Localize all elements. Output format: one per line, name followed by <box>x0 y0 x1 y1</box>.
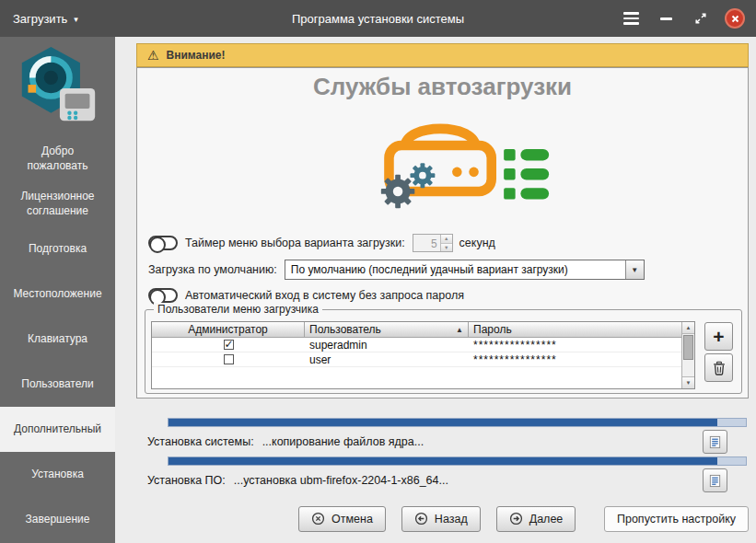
cancel-icon <box>311 512 325 526</box>
autologin-toggle[interactable] <box>148 288 178 303</box>
back-button[interactable]: Назад <box>401 506 481 532</box>
add-user-button[interactable]: + <box>704 322 733 351</box>
plus-icon: + <box>713 326 724 348</box>
sidebar-item[interactable]: Пользователи <box>0 362 115 407</box>
column-header-user[interactable]: Пользователь ▲ <box>305 322 469 338</box>
timer-toggle[interactable] <box>148 236 178 250</box>
page-title: Службы автозагрузки <box>137 73 748 101</box>
default-boot-label: Загрузка по умолчанию: <box>148 263 277 276</box>
spin-up-button[interactable]: ▲ <box>441 235 452 244</box>
timer-label: Таймер меню выбора варианта загрузки: <box>185 237 405 249</box>
column-header-admin[interactable]: Администратор <box>152 322 305 338</box>
arrow-right-icon <box>509 512 523 526</box>
warning-icon: ⚠ <box>147 49 159 62</box>
sidebar-item[interactable]: Местоположение <box>0 272 115 317</box>
scroll-up-button[interactable]: ▲ <box>682 322 694 334</box>
system-progress-bar <box>168 418 747 427</box>
maximize-icon <box>694 12 707 25</box>
titlebar: Загрузить ▾ Программа установки системы <box>0 0 756 37</box>
default-boot-row: Загрузка по умолчанию: По умолчанию (пос… <box>148 260 645 280</box>
cancel-button[interactable]: Отмена <box>298 506 386 532</box>
close-icon <box>731 15 739 23</box>
main-content: ⚠ Внимание! Службы автозагрузки <box>115 37 756 543</box>
system-log-button[interactable] <box>703 430 727 454</box>
sidebar-nav: Добро пожаловатьЛицензионное соглашениеП… <box>0 136 115 542</box>
sidebar-item[interactable]: Завершение <box>0 497 115 542</box>
hamburger-icon <box>623 12 639 25</box>
timer-unit: секунд <box>459 237 495 249</box>
sort-asc-icon: ▲ <box>456 326 463 334</box>
installer-window: Загрузить ▾ Программа установки системы <box>0 0 756 543</box>
users-table-body: superadmin****************user**********… <box>152 338 681 367</box>
system-progress-label: Установка системы: <box>147 435 254 448</box>
arrow-left-icon <box>414 512 428 526</box>
user-cell: user <box>305 353 469 366</box>
log-icon <box>708 435 722 449</box>
close-button[interactable] <box>725 8 745 29</box>
next-button[interactable]: Далее <box>496 506 576 532</box>
software-progress-status: ...установка ubm-firefox-2204-1-x86_64..… <box>234 474 448 487</box>
skip-settings-button[interactable]: Пропустить настройку <box>604 506 749 532</box>
user-cell: superadmin <box>305 339 469 352</box>
timer-row: Таймер меню выбора варианта загрузки: 5 … <box>148 234 495 252</box>
sidebar-item[interactable]: Подготовка <box>0 226 115 272</box>
sidebar: Добро пожаловатьЛицензионное соглашениеП… <box>0 37 115 543</box>
user-row[interactable]: superadmin**************** <box>152 338 681 352</box>
boot-users-groupbox: Пользователи меню загрузчика Администрат… <box>145 309 742 394</box>
boot-users-legend: Пользователи меню загрузчика <box>154 303 322 316</box>
boot-menu-button[interactable]: Загрузить ▾ <box>0 0 91 37</box>
timer-value: 5 <box>413 235 440 251</box>
warning-text: Внимание! <box>167 49 226 62</box>
admin-checkbox[interactable] <box>224 340 234 350</box>
autostart-services-icon <box>137 103 748 214</box>
software-progress-row: Установка ПО: ...установка ubm-firefox-2… <box>147 468 749 492</box>
spin-down-button[interactable]: ▼ <box>441 244 452 252</box>
warning-banner: ⚠ Внимание! <box>136 43 749 67</box>
admin-checkbox[interactable] <box>224 354 234 364</box>
sidebar-item[interactable]: Клавиатура <box>0 317 115 362</box>
chevron-down-icon: ▼ <box>631 266 638 274</box>
progress-section: Установка системы: ...копирование файлов… <box>136 409 749 501</box>
maximize-button[interactable] <box>690 7 712 29</box>
users-table: Администратор Пользователь ▲ Пароль supe… <box>151 321 695 389</box>
app-menu-button[interactable] <box>620 7 642 29</box>
minimize-button[interactable] <box>655 7 677 29</box>
trash-icon <box>712 361 727 375</box>
autologin-label: Автоматический вход в систему без запрос… <box>185 289 464 302</box>
app-logo-icon <box>0 37 115 136</box>
autologin-row: Автоматический вход в систему без запрос… <box>148 288 464 303</box>
password-cell: **************** <box>469 353 681 366</box>
footer-buttons: Отмена Назад Далее Пропустить настройку <box>136 505 749 532</box>
table-scrollbar[interactable]: ▲ ▼ <box>681 322 694 388</box>
scrollbar-thumb[interactable] <box>683 335 693 360</box>
sidebar-item[interactable]: Установка <box>0 452 115 497</box>
minimize-icon <box>660 17 672 20</box>
users-table-header: Администратор Пользователь ▲ Пароль <box>152 322 681 338</box>
scroll-down-button[interactable]: ▼ <box>682 376 694 388</box>
boot-menu-label: Загрузить <box>13 12 67 26</box>
column-header-password[interactable]: Пароль <box>469 322 681 338</box>
sidebar-item[interactable]: Дополнительный <box>0 407 115 452</box>
delete-user-button[interactable] <box>704 353 733 382</box>
sidebar-item[interactable]: Лицензионное соглашение <box>0 181 115 226</box>
window-controls <box>620 7 756 29</box>
system-progress-row: Установка системы: ...копирование файлов… <box>147 430 749 454</box>
sidebar-item[interactable]: Добро пожаловать <box>0 136 115 181</box>
caret-down-icon: ▾ <box>74 14 78 24</box>
default-boot-value: По умолчанию (последний удачный вариант … <box>285 263 625 276</box>
default-boot-select[interactable]: По умолчанию (последний удачный вариант … <box>285 260 645 280</box>
system-progress-status: ...копирование файлов ядра... <box>262 435 425 448</box>
log-icon <box>708 474 722 488</box>
timer-spinbox[interactable]: 5 ▲ ▼ <box>413 234 453 252</box>
password-cell: **************** <box>469 339 681 352</box>
settings-panel: Службы автозагрузки <box>136 67 749 399</box>
combo-arrow-button[interactable]: ▼ <box>625 260 644 279</box>
software-log-button[interactable] <box>703 468 727 492</box>
software-progress-label: Установка ПО: <box>147 474 226 487</box>
user-row[interactable]: user**************** <box>152 352 681 367</box>
software-progress-bar <box>168 456 747 466</box>
